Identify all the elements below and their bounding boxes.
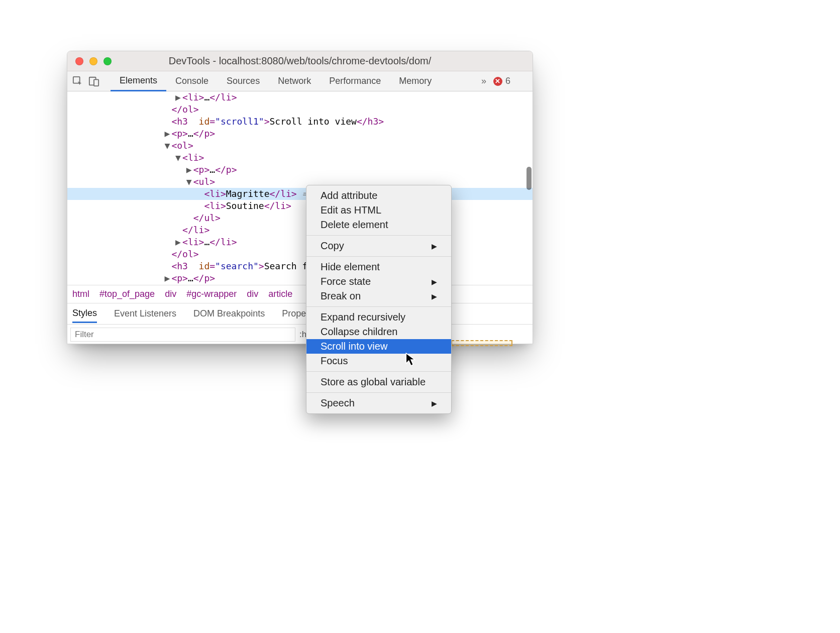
context-menu-item-label: Hide element <box>321 261 380 273</box>
context-menu-item-label: Edit as HTML <box>321 204 381 216</box>
context-menu-separator <box>306 392 451 393</box>
context-menu-item-label: Expand recursively <box>321 311 405 323</box>
panel-tabs: ElementsConsoleSourcesNetworkPerformance… <box>111 71 441 91</box>
context-menu-item-label: Scroll into view <box>321 341 387 352</box>
error-count: 6 <box>505 76 510 86</box>
dom-node[interactable]: ▶<p>…</p> <box>67 272 533 284</box>
context-menu-item-label: Speech <box>321 397 355 409</box>
context-menu-item-label: Force state <box>321 276 371 287</box>
titlebar: DevTools - localhost:8080/web/tools/chro… <box>67 51 533 71</box>
context-menu-separator <box>306 235 451 236</box>
dom-node[interactable]: ▶<p>…</p> <box>67 164 533 176</box>
submenu-arrow-icon: ▶ <box>432 278 437 286</box>
svg-rect-2 <box>94 79 98 86</box>
dom-node[interactable]: </ol> <box>67 103 533 116</box>
close-window-button[interactable] <box>75 57 83 65</box>
submenu-arrow-icon: ▶ <box>432 292 437 300</box>
context-menu-item-label: Copy <box>321 240 344 252</box>
error-icon: ✕ <box>493 77 502 86</box>
minimize-window-button[interactable] <box>89 57 97 65</box>
more-tabs-icon[interactable]: » <box>481 76 486 86</box>
sidebar-tabs: StylesEvent ListenersDOM BreakpointsProp… <box>67 303 533 324</box>
context-menu-item-expand-recursively[interactable]: Expand recursively <box>306 310 451 325</box>
sidebar-tab-event-listeners[interactable]: Event Listeners <box>114 308 176 319</box>
main-toolbar: ElementsConsoleSourcesNetworkPerformance… <box>67 71 533 91</box>
breadcrumb-item[interactable]: #gc-wrapper <box>186 289 237 299</box>
breadcrumb-item[interactable]: div <box>247 289 258 299</box>
error-badge[interactable]: ✕ 6 <box>493 76 510 86</box>
margin-overlay-fragment <box>451 340 512 346</box>
context-menu-item-collapse-children[interactable]: Collapse children <box>306 325 451 339</box>
dom-node[interactable]: <h3 id="search">Search for nodes</h3> <box>67 260 533 272</box>
tab-console[interactable]: Console <box>166 71 218 91</box>
dom-node[interactable]: <h3 id="scroll1">Scroll into view</h3> <box>67 116 533 128</box>
dom-node[interactable]: </li> <box>67 224 533 236</box>
context-menu-item-label: Delete element <box>321 219 388 231</box>
context-menu-item-store-as-global-variable[interactable]: Store as global variable <box>306 375 451 389</box>
traffic-lights <box>75 57 112 65</box>
context-menu-item-hide-element[interactable]: Hide element <box>306 260 451 274</box>
styles-filter-input[interactable] <box>70 328 295 342</box>
dom-node[interactable]: ▶<li>…</li> <box>67 91 533 103</box>
breadcrumb-item[interactable]: #top_of_page <box>99 289 155 299</box>
inspect-element-icon[interactable] <box>72 76 83 87</box>
devtools-window: DevTools - localhost:8080/web/tools/chro… <box>67 51 533 344</box>
elements-tree[interactable]: ••• ▶<li>…</li> </ol> <h3 id="scroll1">S… <box>67 91 533 285</box>
submenu-arrow-icon: ▶ <box>432 242 437 250</box>
context-menu-item-add-attribute[interactable]: Add attribute <box>306 188 451 203</box>
context-menu-item-label: Add attribute <box>321 190 377 201</box>
context-menu-item-scroll-into-view[interactable]: Scroll into view <box>306 339 451 354</box>
context-menu-item-label: Break on <box>321 290 361 302</box>
device-toolbar-icon[interactable] <box>88 76 99 87</box>
context-menu-item-label: Focus <box>321 355 348 367</box>
tab-performance[interactable]: Performance <box>320 71 390 91</box>
tab-memory[interactable]: Memory <box>390 71 441 91</box>
dom-node[interactable]: ▶<li>…</li> <box>67 236 533 248</box>
context-menu-item-focus[interactable]: Focus <box>306 354 451 368</box>
tab-sources[interactable]: Sources <box>218 71 269 91</box>
dom-node[interactable]: ▶<p>…</p> <box>67 128 533 140</box>
dom-node[interactable]: <li>Soutine</li> <box>67 200 533 212</box>
breadcrumbs: html #top_of_page div #gc-wrapper div ar… <box>67 285 533 303</box>
context-menu-item-force-state[interactable]: Force state▶ <box>306 274 451 289</box>
context-menu-item-copy[interactable]: Copy▶ <box>306 239 451 253</box>
context-menu-item-edit-as-html[interactable]: Edit as HTML <box>306 203 451 218</box>
context-menu-item-delete-element[interactable]: Delete element <box>306 218 451 232</box>
context-menu: Add attributeEdit as HTMLDelete elementC… <box>306 185 452 414</box>
toolbar-right: » ✕ 6 <box>481 76 528 86</box>
sidebar-tab-styles[interactable]: Styles <box>72 308 97 323</box>
breadcrumb-item[interactable]: article <box>268 289 292 299</box>
toolbar-left-icons <box>72 76 99 87</box>
breadcrumb-item[interactable]: div <box>165 289 176 299</box>
dom-node[interactable]: </ul> <box>67 212 533 224</box>
submenu-arrow-icon: ▶ <box>432 399 437 407</box>
settings-menu-icon[interactable] <box>517 77 528 86</box>
context-menu-item-label: Collapse children <box>321 326 397 338</box>
context-menu-item-break-on[interactable]: Break on▶ <box>306 289 451 303</box>
context-menu-item-label: Store as global variable <box>321 376 426 388</box>
context-menu-separator <box>306 306 451 307</box>
context-menu-separator <box>306 371 451 372</box>
dom-node-selected[interactable]: <li>Magritte</li> == $0 <box>67 188 533 200</box>
context-menu-separator <box>306 256 451 257</box>
zoom-window-button[interactable] <box>103 57 112 65</box>
dom-node[interactable]: ▼<li> <box>67 152 533 164</box>
context-menu-item-speech[interactable]: Speech▶ <box>306 396 451 410</box>
tab-network[interactable]: Network <box>269 71 320 91</box>
tab-elements[interactable]: Elements <box>111 72 166 91</box>
window-title: DevTools - localhost:8080/web/tools/chro… <box>67 55 533 67</box>
vertical-scrollbar-thumb[interactable] <box>527 167 532 190</box>
sidebar-tab-dom-breakpoints[interactable]: DOM Breakpoints <box>193 308 265 319</box>
dom-node[interactable]: ▼<ol> <box>67 140 533 152</box>
dom-node[interactable]: </ol> <box>67 248 533 260</box>
dom-node[interactable]: ▼<ul> <box>67 176 533 188</box>
breadcrumb-item[interactable]: html <box>72 289 89 299</box>
